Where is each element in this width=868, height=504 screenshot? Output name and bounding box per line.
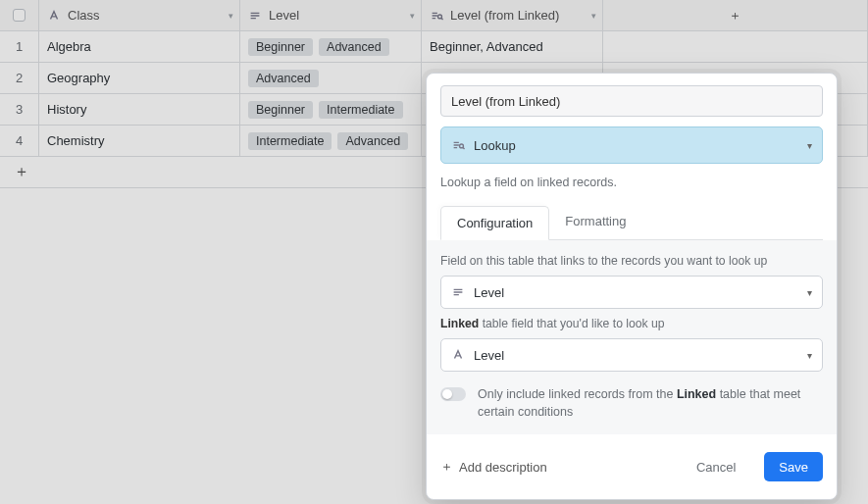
config-tabs: Configuration Formatting [440, 205, 823, 240]
field-type-select[interactable]: Lookup ▾ [440, 126, 823, 164]
field-type-hint: Lookup a field on linked records. [440, 174, 823, 191]
lookup-field-icon [451, 138, 466, 152]
target-field-label: Linked table field that you'd like to lo… [440, 317, 823, 330]
text-field-icon [451, 348, 466, 362]
field-config-popover: Lookup ▾ Lookup a field on linked record… [426, 73, 838, 500]
popover-footer: ＋ Add description Cancel Save [427, 434, 837, 499]
svg-point-1 [460, 144, 464, 148]
config-panel: Field on this table that links to the re… [427, 240, 837, 434]
plus-icon: ＋ [440, 458, 453, 476]
conditions-label: Only include linked records from the Lin… [478, 385, 823, 421]
target-field-value: Level [474, 348, 504, 363]
link-field-label: Field on this table that links to the re… [440, 254, 823, 268]
save-button[interactable]: Save [764, 452, 823, 481]
cancel-button[interactable]: Cancel [682, 452, 750, 481]
chevron-down-icon: ▾ [807, 350, 812, 361]
field-name-input[interactable] [440, 85, 823, 117]
link-field-select[interactable]: Level ▾ [440, 276, 823, 309]
field-type-label: Lookup [474, 138, 516, 153]
tab-configuration[interactable]: Configuration [440, 206, 549, 240]
link-field-value: Level [474, 285, 504, 300]
chevron-down-icon: ▾ [807, 287, 812, 298]
conditions-toggle[interactable] [440, 387, 466, 401]
multiselect-field-icon [451, 285, 466, 299]
chevron-down-icon: ▾ [807, 140, 812, 151]
add-description-button[interactable]: ＋ Add description [440, 458, 547, 476]
target-field-select[interactable]: Level ▾ [440, 338, 823, 372]
tab-formatting[interactable]: Formatting [549, 205, 641, 239]
